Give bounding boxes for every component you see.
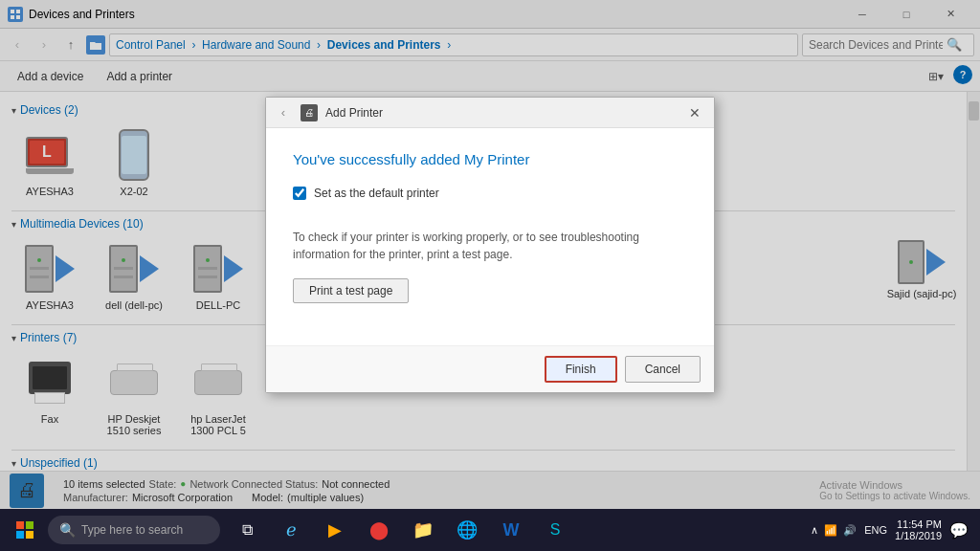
word-icon: W: [503, 520, 520, 540]
default-printer-checkbox[interactable]: [293, 187, 306, 200]
dialog-back-button[interactable]: ‹: [274, 103, 293, 122]
vlc-button[interactable]: ▶: [314, 509, 356, 551]
vlc-icon: ▶: [328, 519, 342, 540]
task-view-button[interactable]: ⧉: [226, 509, 268, 551]
dialog-close-button[interactable]: ✕: [683, 101, 706, 124]
tray-up-arrow[interactable]: ∧: [811, 524, 818, 537]
chrome-button[interactable]: 🌐: [446, 509, 488, 551]
svg-rect-6: [16, 531, 24, 539]
dialog-footer: Finish Cancel: [266, 345, 714, 392]
word-button[interactable]: W: [490, 509, 532, 551]
print-test-page-button[interactable]: Print a test page: [293, 278, 409, 303]
default-printer-label[interactable]: Set as the default printer: [314, 187, 439, 200]
skype-icon: S: [550, 521, 561, 539]
dialog-body: You've successfully added My Printer Set…: [266, 128, 714, 345]
lang-indicator: ENG: [864, 524, 887, 536]
finish-button[interactable]: Finish: [545, 356, 617, 383]
dialog-title-bar: ‹ 🖨 Add Printer ✕: [266, 98, 714, 128]
skype-button[interactable]: S: [534, 509, 576, 551]
taskbar-right: ∧ 📶 🔊 ENG 11:54 PM 1/18/2019 💬: [811, 518, 976, 541]
dialog-printer-icon: 🖨: [301, 104, 318, 121]
dialog-checkbox-row: Set as the default printer: [293, 187, 687, 200]
svg-rect-4: [16, 521, 24, 529]
network-tray-icon: 📶: [824, 524, 837, 537]
stop-icon: ⬤: [369, 519, 389, 540]
taskbar-icons: ⧉ ℯ ▶ ⬤ 📁 🌐 W S: [226, 509, 576, 551]
svg-rect-7: [26, 531, 33, 539]
svg-rect-5: [26, 521, 33, 529]
taskbar-search-placeholder: Type here to search: [81, 523, 183, 537]
volume-icon[interactable]: 🔊: [843, 524, 857, 537]
edge-icon: ℯ: [286, 519, 297, 540]
add-printer-dialog: ‹ 🖨 Add Printer ✕ You've successfully ad…: [265, 97, 715, 393]
taskbar-search[interactable]: 🔍 Type here to search: [48, 516, 220, 544]
task-view-icon: ⧉: [242, 521, 253, 539]
edge-button[interactable]: ℯ: [270, 509, 312, 551]
taskbar: 🔍 Type here to search ⧉ ℯ ▶ ⬤ 📁 🌐 W S ∧: [0, 509, 980, 551]
taskbar-time: 11:54 PM: [897, 518, 942, 530]
chrome-icon: 🌐: [457, 519, 478, 540]
taskbar-search-icon: 🔍: [59, 522, 76, 538]
stop-button[interactable]: ⬤: [358, 509, 400, 551]
taskbar-date: 1/18/2019: [895, 530, 942, 541]
notifications-button[interactable]: 💬: [949, 521, 969, 540]
clock: 11:54 PM 1/18/2019: [895, 518, 942, 541]
dialog-info-text: To check if your printer is working prop…: [293, 229, 687, 263]
dialog-success-message: You've successfully added My Printer: [293, 151, 687, 167]
cancel-button[interactable]: Cancel: [625, 356, 701, 383]
dialog-title-text: Add Printer: [325, 106, 383, 120]
start-button[interactable]: [4, 509, 46, 551]
folder-taskbar-icon: 📁: [412, 519, 434, 540]
dialog-overlay: ‹ 🖨 Add Printer ✕ You've successfully ad…: [0, 0, 980, 509]
sys-tray: ∧ 📶 🔊: [811, 524, 857, 537]
folder-button[interactable]: 📁: [402, 509, 444, 551]
